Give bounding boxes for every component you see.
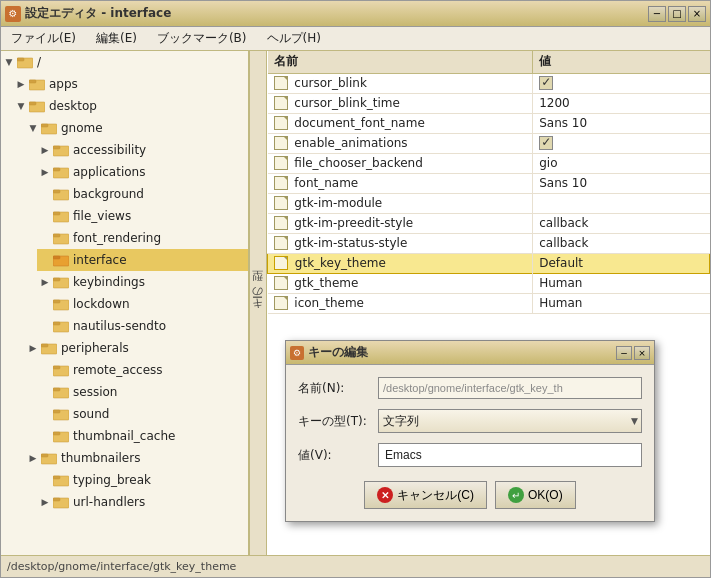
ok-label: OK(O) xyxy=(528,488,563,502)
tree-item-session[interactable]: session xyxy=(37,381,248,403)
table-row[interactable]: file_chooser_backend gio xyxy=(268,153,710,173)
tree-label-gnome: gnome xyxy=(61,121,103,135)
ok-button[interactable]: ↵ OK(O) xyxy=(495,481,576,509)
tree-item-lockdown[interactable]: lockdown xyxy=(37,293,248,315)
svg-rect-39 xyxy=(53,476,60,479)
tree-item-file-views[interactable]: file_views xyxy=(37,205,248,227)
folder-icon-gnome xyxy=(41,121,57,135)
folder-icon-font-rendering xyxy=(53,231,69,245)
svg-rect-31 xyxy=(53,388,60,391)
tree-item-thumbnail-cache[interactable]: thumbnail_cache xyxy=(37,425,248,447)
dialog-type-select[interactable]: 文字列 整数 ブール値 浮動小数点数 xyxy=(378,409,642,433)
row-name: font_name xyxy=(294,176,358,190)
col-name-header[interactable]: 名前 xyxy=(268,51,533,73)
menu-help[interactable]: ヘルプ(H) xyxy=(261,28,327,49)
row-icon xyxy=(274,276,288,290)
tree-item-remote-access[interactable]: remote_access xyxy=(37,359,248,381)
svg-rect-35 xyxy=(53,432,60,435)
tree-item-thumbnailers[interactable]: thumbnailers xyxy=(25,447,248,469)
menu-edit[interactable]: 編集(E) xyxy=(90,28,143,49)
table-row[interactable]: gtk_theme Human xyxy=(268,273,710,293)
row-icon xyxy=(274,176,288,190)
dialog-minimize-button[interactable]: − xyxy=(616,346,632,360)
table-row[interactable]: enable_animations xyxy=(268,133,710,153)
tree-item-sound[interactable]: sound xyxy=(37,403,248,425)
table-row[interactable]: gtk-im-preedit-style callback xyxy=(268,213,710,233)
tree-label-thumbnail-cache: thumbnail_cache xyxy=(73,429,175,443)
folder-icon-keybindings xyxy=(53,275,69,289)
tree-panel[interactable]: / apps desktop xyxy=(1,51,249,555)
tree-item-gnome[interactable]: gnome xyxy=(25,117,248,139)
tree-item-interface[interactable]: interface xyxy=(37,249,248,271)
cancel-button[interactable]: ✕ キャンセル(C) xyxy=(364,481,487,509)
table-row[interactable]: cursor_blink_time 1200 xyxy=(268,93,710,113)
folder-icon-accessibility xyxy=(53,143,69,157)
dialog-name-input[interactable] xyxy=(378,377,642,399)
tree-item-font-rendering[interactable]: font_rendering xyxy=(37,227,248,249)
tree-label-lockdown: lockdown xyxy=(73,297,130,311)
tree-item-desktop[interactable]: desktop xyxy=(13,95,248,117)
title-bar: ⚙ 設定エディタ - interface − □ × xyxy=(1,1,710,27)
tree-item-root[interactable]: / xyxy=(1,51,248,73)
table-row[interactable]: cursor_blink xyxy=(268,73,710,93)
table-row[interactable]: icon_theme Human xyxy=(268,293,710,313)
folder-icon-url-handlers xyxy=(53,495,69,509)
tree-item-accessibility[interactable]: accessibility xyxy=(37,139,248,161)
expand-icon-desktop xyxy=(15,100,27,112)
tree-label-accessibility: accessibility xyxy=(73,143,146,157)
tree-item-apps[interactable]: apps xyxy=(13,73,248,95)
tree-item-peripherals[interactable]: peripherals xyxy=(25,337,248,359)
expand-icon-applications xyxy=(39,166,51,178)
tree-item-typing-break[interactable]: typing_break xyxy=(37,469,248,491)
table-header-row: 名前 値 xyxy=(268,51,710,73)
table-row[interactable]: font_name Sans 10 xyxy=(268,173,710,193)
tree-item-applications[interactable]: applications xyxy=(37,161,248,183)
row-value-cell xyxy=(533,193,710,213)
tree-item-background[interactable]: background xyxy=(37,183,248,205)
dialog-close-button[interactable]: × xyxy=(634,346,650,360)
checkbox-icon xyxy=(539,76,553,90)
row-icon xyxy=(274,256,288,270)
dialog-value-input[interactable] xyxy=(378,443,642,467)
folder-icon-applications xyxy=(53,165,69,179)
key-type-area: キーの型 xyxy=(249,51,267,555)
row-name: gtk-im-module xyxy=(294,196,382,210)
maximize-button[interactable]: □ xyxy=(668,6,686,22)
table-row[interactable]: document_font_name Sans 10 xyxy=(268,113,710,133)
row-icon xyxy=(274,136,288,150)
folder-icon-lockdown xyxy=(53,297,69,311)
row-icon xyxy=(274,96,288,110)
table-row[interactable]: gtk-im-status-style callback xyxy=(268,233,710,253)
row-name-cell: enable_animations xyxy=(268,133,533,153)
tree-label-url-handlers: url-handlers xyxy=(73,495,145,509)
folder-icon-remote-access xyxy=(53,363,69,377)
menu-bookmarks[interactable]: ブックマーク(B) xyxy=(151,28,253,49)
row-name-cell: gtk-im-status-style xyxy=(268,233,533,253)
dialog-title-buttons: − × xyxy=(616,346,650,360)
menu-file[interactable]: ファイル(E) xyxy=(5,28,82,49)
table-row-highlighted[interactable]: gtk_key_theme Default xyxy=(268,253,710,273)
row-name-cell: gtk_theme xyxy=(268,273,533,293)
svg-rect-41 xyxy=(53,498,60,501)
svg-rect-13 xyxy=(53,190,60,193)
tree-label-applications: applications xyxy=(73,165,145,179)
minimize-button[interactable]: − xyxy=(648,6,666,22)
tree-label-desktop: desktop xyxy=(49,99,97,113)
tree-item-keybindings[interactable]: keybindings xyxy=(37,271,248,293)
tree-label-root: / xyxy=(37,55,41,69)
tree-label-file-views: file_views xyxy=(73,209,131,223)
tree-item-nautilus-sendto[interactable]: nautilus-sendto xyxy=(37,315,248,337)
svg-rect-21 xyxy=(53,278,60,281)
folder-icon-apps xyxy=(29,77,45,91)
tree-label-typing-break: typing_break xyxy=(73,473,151,487)
expand-icon-thumbnailers xyxy=(27,452,39,464)
dialog-type-label: キーの型(T): xyxy=(298,413,378,430)
dialog-type-row: キーの型(T): 文字列 整数 ブール値 浮動小数点数 ▼ xyxy=(298,409,642,433)
table-row[interactable]: gtk-im-module xyxy=(268,193,710,213)
expand-icon-accessibility xyxy=(39,144,51,156)
tree-item-url-handlers[interactable]: url-handlers xyxy=(37,491,248,513)
col-value-header[interactable]: 値 xyxy=(533,51,710,73)
folder-icon-interface xyxy=(53,253,69,267)
close-button[interactable]: × xyxy=(688,6,706,22)
dialog-title-icon: ⚙ xyxy=(290,346,304,360)
